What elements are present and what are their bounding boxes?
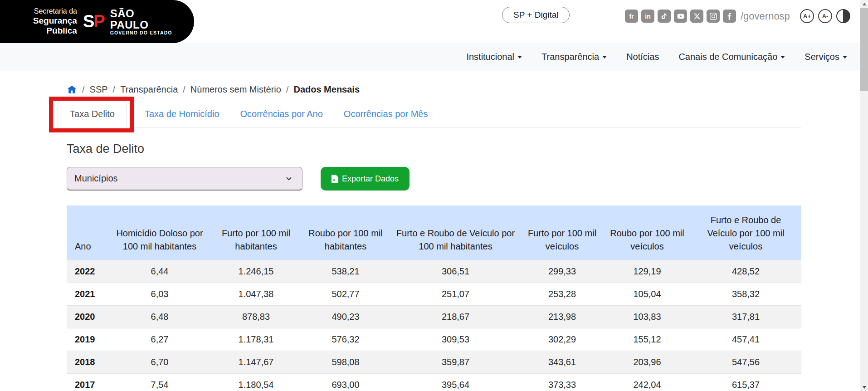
municipios-select[interactable]: Municípios (67, 167, 302, 191)
svg-text:x: x (333, 177, 336, 182)
nav-item-noticias[interactable]: Notícias (626, 52, 659, 62)
tab-bar: Taxa Delito Taxa de HomicídioOcorrências… (67, 101, 801, 127)
tab-ocorrencias-por-ano[interactable]: Ocorrências por Ano (230, 109, 333, 119)
value-cell: 547,56 (690, 351, 801, 374)
value-cell: 693,00 (300, 374, 391, 391)
value-cell: 306,51 (391, 260, 520, 283)
chevron-down-icon (843, 56, 847, 59)
value-cell: 302,29 (520, 328, 604, 351)
flickr-icon[interactable]: fr (625, 10, 638, 23)
value-cell: 6,44 (107, 260, 212, 283)
accessibility-controls: A+ A- (793, 9, 850, 23)
facebook-icon[interactable] (723, 10, 736, 23)
governo-sp-label: SÃO PAULO GOVERNO DO ESTADO (110, 8, 176, 35)
value-cell: 105,04 (604, 283, 690, 306)
value-cell: 103,83 (604, 306, 690, 328)
value-cell: 598,08 (300, 351, 391, 374)
value-cell: 6,48 (107, 306, 212, 328)
social-links: frin /governosp (625, 10, 790, 23)
value-cell: 1.047,38 (212, 283, 300, 306)
value-cell: 6,70 (107, 351, 212, 374)
tab-taxa-de-homicidio[interactable]: Taxa de Homicídio (134, 109, 230, 119)
tab-ocorrencias-por-mes[interactable]: Ocorrências por Mês (333, 109, 439, 119)
divider (793, 10, 793, 23)
value-cell: 242,04 (604, 374, 690, 391)
value-cell: 309,53 (391, 328, 520, 351)
breadcrumb-separator: / (82, 84, 85, 95)
breadcrumb-link-ssp[interactable]: SSP (90, 84, 108, 95)
scroll-down-icon[interactable] (860, 383, 868, 391)
nav-item-label: Canais de Comunicação (678, 52, 777, 62)
scroll-up-icon[interactable] (860, 0, 868, 8)
nav-item-label: Serviços (805, 52, 839, 62)
scrollbar-thumb[interactable] (860, 8, 868, 91)
chevron-down-icon (517, 56, 522, 59)
nav-item-transparencia[interactable]: Transparência (541, 52, 607, 62)
breadcrumb: /SSP/Transparência/Números sem Mistério/… (67, 84, 801, 95)
table-header-row: AnoHomicídio Doloso por 100 mil habitant… (67, 205, 801, 260)
secretaria-label: Secretaria da Segurança Pública (0, 7, 77, 36)
chevron-down-icon (602, 56, 607, 59)
value-cell: 253,28 (520, 283, 604, 306)
breadcrumb-link-transparencia[interactable]: Transparência (120, 84, 178, 95)
value-cell: 129,19 (604, 260, 690, 283)
table-row: 20177,541.180,54693,00395,64373,33242,04… (67, 374, 801, 391)
column-header-roubo-por-100: Roubo por 100 mil veículos (604, 205, 690, 260)
value-cell: 1.180,54 (212, 374, 300, 391)
value-cell: 457,41 (690, 328, 801, 351)
sp-logo-icon: SP (83, 12, 104, 31)
year-cell: 2020 (67, 306, 107, 328)
top-bar: Secretaria da Segurança Pública SP SÃO P… (0, 0, 868, 43)
nav-item-institucional[interactable]: Institucional (466, 52, 522, 62)
export-dados-button[interactable]: x Exportar Dados (321, 167, 410, 191)
ssp-logo-banner[interactable]: Secretaria da Segurança Pública SP SÃO P… (0, 0, 194, 43)
sp-digital-button[interactable]: SP + Digital (502, 7, 570, 23)
breadcrumb-current: Dados Mensais (293, 84, 360, 95)
table-row: 20216,031.047,38502,77251,07253,28105,04… (67, 283, 801, 306)
value-cell: 1.178,31 (212, 328, 300, 351)
font-decrease-button[interactable]: A- (818, 9, 832, 23)
nav-item-servicos[interactable]: Serviços (805, 52, 847, 62)
value-cell: 251,07 (391, 283, 520, 306)
breadcrumb-link-numeros-sem-misterio[interactable]: Números sem Mistério (190, 84, 281, 95)
instagram-icon[interactable] (707, 10, 720, 23)
vertical-scrollbar[interactable] (860, 0, 868, 391)
nav-item-canais-de-comunicacao[interactable]: Canais de Comunicação (678, 52, 785, 62)
table-row: 20206,48878,83490,23218,67213,98103,8331… (67, 306, 801, 328)
taxa-delito-table: AnoHomicídio Doloso por 100 mil habitant… (67, 205, 801, 391)
column-header-furto-e-roubo: Furto e Roubo de Veículo por 100 mil veí… (690, 205, 801, 260)
table-body: 20226,441.246,15538,21306,51299,33129,19… (67, 260, 801, 391)
nav-item-label: Notícias (626, 52, 659, 62)
value-cell: 502,77 (300, 283, 391, 306)
font-increase-button[interactable]: A+ (800, 9, 814, 23)
year-cell: 2018 (67, 351, 107, 374)
linkedin-icon[interactable]: in (641, 10, 654, 23)
tiktok-icon[interactable] (658, 10, 671, 23)
value-cell: 373,33 (520, 374, 604, 391)
value-cell: 213,98 (520, 306, 604, 328)
breadcrumb-separator: / (113, 84, 116, 95)
nav-item-label: Institucional (466, 52, 514, 62)
year-cell: 2022 (67, 260, 107, 283)
value-cell: 538,21 (300, 260, 391, 283)
value-cell: 1.147,67 (212, 351, 300, 374)
value-cell: 428,52 (690, 260, 801, 283)
value-cell: 6,27 (107, 328, 212, 351)
table-row: 20226,441.246,15538,21306,51299,33129,19… (67, 260, 801, 283)
x-twitter-icon[interactable] (690, 10, 703, 23)
value-cell: 155,12 (604, 328, 690, 351)
home-icon[interactable] (67, 84, 77, 95)
page-title: Taxa de Delito (67, 142, 801, 156)
value-cell: 6,03 (107, 283, 212, 306)
tab-taxa-delito[interactable]: Taxa Delito (58, 101, 127, 127)
table-row: 20196,271.178,31576,32309,53302,29155,12… (67, 328, 801, 351)
column-header-furto-por-100: Furto por 100 mil veículos (520, 205, 604, 260)
youtube-icon[interactable] (674, 10, 687, 23)
tab-label: Taxa Delito (70, 109, 115, 119)
nav-item-label: Transparência (541, 52, 599, 62)
select-value: Municípios (74, 173, 118, 184)
table-row: 20186,701.147,67598,08359,87343,61203,96… (67, 351, 801, 374)
column-header-furto-por-100: Furto por 100 mil habitantes (212, 205, 300, 260)
value-cell: 299,33 (520, 260, 604, 283)
contrast-toggle-icon[interactable] (836, 9, 850, 23)
